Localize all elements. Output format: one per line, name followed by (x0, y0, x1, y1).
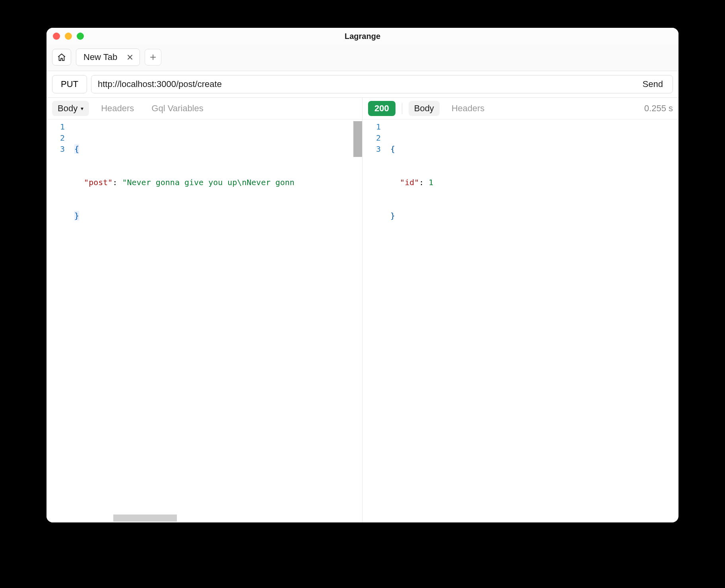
request-tab-gql[interactable]: Gql Variables (146, 101, 209, 116)
chevron-down-icon: ▾ (81, 105, 83, 112)
request-body-editor[interactable]: 1 2 3 { "post": "Never gonna give you up… (47, 120, 362, 522)
response-pane-tabs: 200 Body Headers 0.255 s (362, 98, 678, 120)
minimize-window-button[interactable] (65, 33, 72, 40)
line-number: 1 (362, 121, 381, 132)
line-number: 3 (47, 143, 65, 155)
request-tab-headers[interactable]: Headers (95, 101, 140, 116)
close-window-button[interactable] (53, 33, 60, 40)
divider (402, 103, 402, 114)
close-icon (127, 54, 133, 60)
tab[interactable]: New Tab (76, 48, 140, 66)
panes: Body ▾ Headers Gql Variables 1 2 3 { "po… (47, 98, 678, 522)
http-method-select[interactable]: PUT (52, 75, 87, 93)
tab-label: New Tab (83, 52, 117, 62)
line-number: 3 (362, 143, 381, 155)
tab-bar: New Tab (47, 44, 678, 71)
response-pane: 200 Body Headers 0.255 s 1 2 3 { "id": 1… (362, 98, 678, 522)
code-area: { "id": 1 } (386, 120, 678, 522)
horizontal-scrollbar[interactable] (113, 514, 177, 522)
home-button[interactable] (52, 49, 71, 66)
request-tab-body-label: Body (58, 103, 78, 114)
code-area[interactable]: { "post": "Never gonna give you up\nNeve… (70, 120, 362, 522)
new-tab-button[interactable] (145, 49, 161, 66)
window-controls (53, 33, 84, 40)
line-gutter: 1 2 3 (47, 120, 70, 522)
response-body-viewer[interactable]: 1 2 3 { "id": 1 } (362, 120, 678, 522)
send-button[interactable]: Send (640, 79, 666, 89)
line-number: 2 (362, 132, 381, 143)
request-pane-tabs: Body ▾ Headers Gql Variables (47, 98, 362, 120)
url-input[interactable] (98, 79, 640, 89)
home-icon (57, 53, 66, 62)
tab-close-button[interactable] (124, 52, 136, 63)
response-tab-body[interactable]: Body (409, 101, 440, 116)
line-number: 1 (47, 121, 65, 132)
request-pane: Body ▾ Headers Gql Variables 1 2 3 { "po… (47, 98, 362, 522)
status-badge: 200 (368, 101, 395, 116)
line-number: 2 (47, 132, 65, 143)
http-method-value: PUT (61, 79, 78, 89)
response-tab-headers[interactable]: Headers (446, 101, 490, 116)
app-window: Lagrange New Tab PUT Send Body (47, 28, 678, 522)
vertical-scrollbar[interactable] (353, 121, 362, 157)
titlebar: Lagrange (47, 28, 678, 44)
line-gutter: 1 2 3 (362, 120, 386, 522)
response-timing: 0.255 s (644, 103, 673, 114)
app-title: Lagrange (345, 32, 380, 41)
plus-icon (150, 54, 156, 60)
maximize-window-button[interactable] (77, 33, 84, 40)
url-bar: Send (91, 75, 673, 93)
request-bar: PUT Send (47, 71, 678, 98)
request-tab-body[interactable]: Body ▾ (52, 101, 89, 116)
